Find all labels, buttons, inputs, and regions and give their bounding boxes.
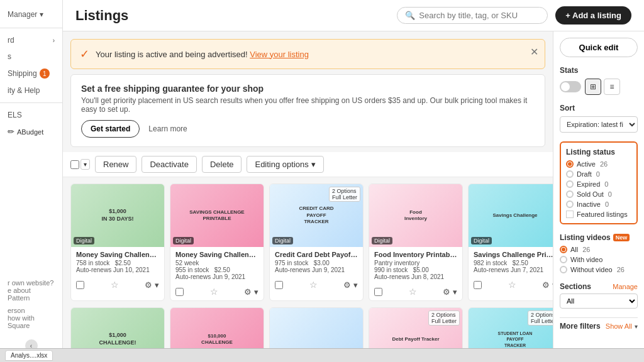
video-without[interactable]: Without video 26 — [560, 266, 638, 273]
featured-checkbox[interactable] — [566, 211, 574, 218]
active-radio[interactable] — [566, 160, 574, 168]
quick-edit-button[interactable]: Quick edit — [560, 38, 638, 57]
sections-title: Sections — [560, 282, 591, 291]
with-video-radio[interactable] — [560, 256, 567, 263]
get-started-button[interactable]: Get started — [81, 120, 140, 138]
toggle-knob — [561, 82, 570, 91]
digital-badge: Digital — [372, 237, 392, 244]
select-all-checkbox-wrapper: ▾ — [70, 159, 90, 170]
search-icon: 🔍 — [405, 11, 415, 20]
expired-radio[interactable] — [566, 180, 574, 188]
soldout-radio[interactable] — [566, 190, 574, 198]
renew-button[interactable]: Renew — [95, 156, 136, 173]
listings-toolbar: ▾ Renew Deactivate Delete Editing option… — [63, 152, 553, 177]
product-image: $1,000IN 30 DAYS! Digital — [71, 184, 164, 247]
product-checkbox[interactable] — [374, 288, 382, 296]
gear-icon[interactable]: ⚙ ▾ — [244, 287, 258, 297]
gear-icon[interactable]: ⚙ ▾ — [443, 287, 457, 297]
product-checkbox[interactable] — [474, 281, 482, 289]
delete-button[interactable]: Delete — [202, 156, 242, 173]
product-image: STUDENT LOANPAYOFFTRACKER 2 OptionsFull … — [469, 308, 553, 351]
sort-select[interactable]: Expiration: latest first — [560, 116, 638, 133]
select-all-checkbox[interactable] — [70, 160, 79, 169]
sidebar-item-shipping[interactable]: Shipping 1 — [0, 65, 62, 82]
product-card: FoodInventory Digital Food Inventory Pri… — [369, 184, 463, 301]
product-title: Savings Challenge Printa... — [474, 251, 553, 258]
sidebar-square: how with Square — [8, 314, 55, 329]
product-card: CREDIT CARDPAYOFFTRACKER Digital 2 Optio… — [269, 184, 364, 301]
status-inactive[interactable]: Inactive 0 — [566, 200, 631, 208]
search-input[interactable] — [419, 11, 540, 20]
product-title: Money Saving Challenge ... — [175, 251, 258, 258]
video-with[interactable]: With video — [560, 256, 638, 263]
product-grid-row1: $1,000IN 30 DAYS! Digital Money Saving C… — [63, 177, 553, 307]
favorite-icon[interactable]: ☆ — [508, 280, 516, 290]
list-view-icon[interactable]: ≡ — [604, 79, 620, 95]
status-draft[interactable]: Draft 0 — [566, 170, 631, 178]
learn-more-button[interactable]: Learn more — [145, 120, 191, 138]
stats-toggle[interactable] — [560, 81, 581, 92]
favorite-icon[interactable]: ☆ — [111, 280, 119, 290]
status-soldout[interactable]: Sold Out 0 — [566, 190, 631, 198]
gear-icon[interactable]: ⚙ ▾ — [145, 280, 159, 290]
topbar: Listings 🔍 + Add a listing — [63, 0, 644, 31]
shipping-banner: Set a free shipping guarantee for your s… — [70, 74, 545, 147]
sort-section: Sort Expiration: latest first — [560, 104, 638, 133]
digital-badge: Digital — [272, 237, 293, 244]
favorite-icon[interactable]: ☆ — [409, 287, 417, 297]
product-image: $1,000CHALLENGE! — [71, 308, 164, 351]
draft-radio[interactable] — [566, 170, 574, 178]
product-card: $1,000CHALLENGE! — [70, 307, 165, 351]
without-video-radio[interactable] — [560, 266, 567, 273]
video-all[interactable]: All 26 — [560, 246, 638, 253]
new-badge: New — [613, 234, 630, 241]
all-video-radio[interactable] — [560, 246, 567, 253]
sidebar-item-help[interactable]: ity & Help — [0, 82, 62, 99]
deactivate-button[interactable]: Deactivate — [142, 156, 196, 173]
product-image: $10,000CHALLENGE — [170, 308, 264, 351]
search-box[interactable]: 🔍 — [397, 7, 548, 24]
product-image: SAVINGS CHALLENGEPRINTABLE Digital — [170, 184, 264, 247]
product-card: Savings Challenge Digital Savings Challe… — [468, 184, 553, 301]
options-badge: 2 OptionsFull Letter — [528, 310, 553, 326]
product-image: Debt Payoff Tracker 2 OptionsFull Letter — [369, 308, 462, 351]
listing-status-box: Listing status Active 26 Draft 0 Expired — [560, 141, 638, 224]
sidebar-item-d[interactable]: rd › — [0, 32, 62, 48]
sidebar: Manager ▾ rd › s Shipping 1 ity & Help E… — [0, 0, 63, 362]
view-listing-link[interactable]: View your listing — [250, 50, 309, 59]
grid-view-icon[interactable]: ⊞ — [585, 79, 601, 95]
shipping-title: Set a free shipping guarantee for your s… — [81, 84, 535, 94]
more-filters-label: More filters — [560, 322, 601, 331]
status-active[interactable]: Active 26 — [566, 160, 631, 168]
featured-listings-item[interactable]: Featured listings — [566, 211, 631, 218]
favorite-icon[interactable]: ☆ — [210, 287, 218, 297]
product-checkbox[interactable] — [76, 281, 84, 289]
sidebar-item-els[interactable]: ELS — [0, 107, 62, 123]
product-checkbox[interactable] — [275, 281, 283, 289]
sidebar-item-s[interactable]: s — [0, 48, 62, 65]
sections-select[interactable]: All — [560, 293, 638, 309]
product-card: $10,000CHALLENGE — [170, 307, 264, 351]
excel-tab[interactable]: Analys....xlsx — [5, 350, 53, 361]
status-expired[interactable]: Expired 0 — [566, 180, 631, 188]
show-all-link[interactable]: Show All — [606, 322, 632, 330]
checkbox-dropdown-arrow[interactable]: ▾ — [80, 159, 90, 170]
sidebar-edit-item[interactable]: ✏ ABudget — [0, 123, 62, 140]
main-content: Listings 🔍 + Add a listing ✓ Your listin… — [63, 0, 644, 362]
favorite-icon[interactable]: ☆ — [309, 280, 318, 290]
banner-close-button[interactable]: ✕ — [530, 46, 538, 58]
gear-icon[interactable]: ⚙ ▾ — [542, 280, 553, 290]
editing-options-button[interactable]: Editing options ▾ — [247, 156, 323, 173]
listing-videos-title: Listing videos — [560, 233, 611, 242]
gear-icon[interactable]: ⚙ ▾ — [343, 280, 358, 290]
stats-label: Stats — [560, 66, 638, 75]
inactive-radio[interactable] — [566, 200, 574, 208]
options-badge: 2 OptionsFull Letter — [329, 187, 360, 202]
manage-link[interactable]: Manage — [613, 283, 638, 290]
product-checkbox[interactable] — [175, 288, 184, 296]
sidebar-item-manager[interactable]: Manager ▾ — [0, 5, 62, 24]
product-card: Debt Payoff Tracker 2 OptionsFull Letter — [369, 307, 463, 351]
add-listing-button[interactable]: + Add a listing — [555, 6, 631, 25]
sections-section: Sections Manage All — [560, 282, 638, 309]
product-card: $1,000IN 30 DAYS! Digital Money Saving C… — [70, 184, 165, 301]
